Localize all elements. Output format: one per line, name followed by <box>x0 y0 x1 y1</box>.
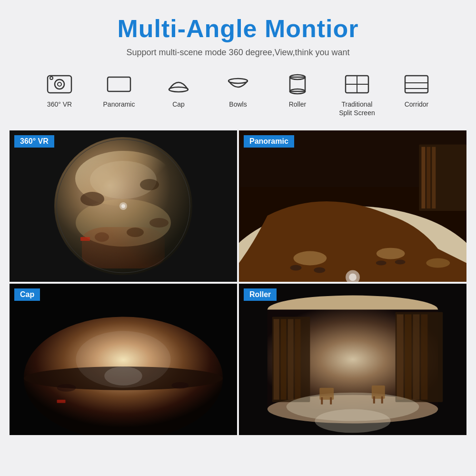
icon-item-traditional: TraditionalSplit Screen <box>330 71 385 117</box>
icon-label-roller: Roller <box>289 100 307 109</box>
svg-rect-57 <box>288 319 294 400</box>
icon-box-traditional <box>340 71 374 97</box>
svg-point-1 <box>55 79 64 89</box>
svg-rect-38 <box>426 147 430 208</box>
svg-rect-26 <box>80 237 90 241</box>
svg-point-48 <box>104 367 142 386</box>
icon-item-360vr: 360° VR <box>32 71 87 109</box>
icon-box-roller <box>281 71 314 97</box>
icon-label-bowls: Bowls <box>229 100 247 109</box>
grid-cell-cap: Cap <box>10 284 237 435</box>
bowls-icon <box>225 73 251 95</box>
svg-point-35 <box>395 260 406 265</box>
icon-box-cap <box>162 71 195 97</box>
fisheye-overlay <box>54 137 192 275</box>
svg-rect-61 <box>405 315 412 400</box>
svg-rect-63 <box>421 315 427 400</box>
corridor-icon <box>403 73 430 95</box>
svg-point-2 <box>58 82 61 86</box>
icon-item-roller: Roller <box>270 71 325 109</box>
page: Multi-Angle Montior Support multi-scene … <box>0 0 476 476</box>
icon-label-cap: Cap <box>172 100 185 109</box>
icon-label-panoramic: Panoramic <box>103 100 135 109</box>
roller-icon <box>284 73 311 95</box>
svg-point-46 <box>57 384 76 392</box>
svg-point-20 <box>140 179 159 190</box>
icon-box-360vr <box>43 71 76 97</box>
grid-cell-roller: Roller <box>239 284 466 435</box>
cap-icon <box>165 73 192 95</box>
svg-point-29 <box>294 251 327 266</box>
svg-rect-62 <box>413 315 419 400</box>
svg-point-71 <box>315 409 390 433</box>
images-grid: 360° VR <box>10 130 466 435</box>
svg-point-5 <box>169 87 188 92</box>
svg-rect-60 <box>397 315 404 400</box>
svg-rect-36 <box>419 145 466 211</box>
svg-point-25 <box>121 204 125 208</box>
svg-rect-69 <box>373 397 375 404</box>
svg-rect-56 <box>281 319 287 400</box>
svg-rect-68 <box>330 397 332 405</box>
fisheye-image <box>54 137 192 275</box>
grid-cell-360vr: 360° VR <box>10 130 237 282</box>
icon-label-360vr: 360° VR <box>47 100 72 109</box>
icon-item-panoramic: Panoramic <box>92 71 147 109</box>
icon-box-bowls <box>221 71 255 97</box>
cell-label-panoramic: Panoramic <box>244 135 294 148</box>
svg-point-30 <box>377 248 405 259</box>
svg-point-6 <box>228 79 248 83</box>
svg-point-31 <box>426 258 450 268</box>
grid-cell-panoramic: Panoramic <box>239 130 466 282</box>
svg-rect-67 <box>321 397 323 405</box>
cell-label-360vr: 360° VR <box>14 135 54 148</box>
traditional-icon <box>344 73 370 95</box>
svg-point-23 <box>149 218 169 228</box>
svg-point-22 <box>95 232 109 242</box>
svg-rect-37 <box>421 147 425 208</box>
svg-point-21 <box>127 228 144 237</box>
panoramic-icon <box>106 73 132 95</box>
cell-label-roller: Roller <box>244 288 277 301</box>
svg-point-47 <box>172 382 189 389</box>
svg-rect-0 <box>48 76 71 93</box>
svg-rect-58 <box>295 319 301 400</box>
icon-item-corridor: Corridor <box>389 71 444 109</box>
main-title: Multi-Angle Montior <box>117 14 358 43</box>
cell-label-cap: Cap <box>14 288 40 301</box>
svg-point-33 <box>314 268 325 273</box>
svg-point-19 <box>80 192 104 206</box>
svg-point-41 <box>349 274 357 281</box>
subtitle: Support multi-scene mode 360 degree,View… <box>127 48 350 58</box>
icon-box-panoramic <box>102 71 136 97</box>
svg-rect-4 <box>108 77 130 91</box>
360vr-icon <box>46 73 73 95</box>
svg-point-34 <box>376 261 387 266</box>
svg-rect-39 <box>432 147 436 208</box>
icon-label-corridor: Corridor <box>405 100 429 109</box>
svg-point-3 <box>50 77 53 79</box>
icons-row: 360° VR Panoramic Cap <box>10 71 466 117</box>
icon-item-bowls: Bowls <box>211 71 266 109</box>
icon-item-cap: Cap <box>151 71 206 109</box>
cap-image <box>10 284 237 435</box>
svg-rect-70 <box>381 397 383 404</box>
svg-rect-13 <box>405 76 428 93</box>
icon-label-traditional: TraditionalSplit Screen <box>339 100 375 117</box>
roller-image <box>239 284 466 435</box>
svg-point-32 <box>290 265 302 271</box>
svg-rect-49 <box>57 400 66 403</box>
icon-box-corridor <box>400 71 433 97</box>
svg-rect-55 <box>274 319 279 400</box>
panoramic-image <box>239 130 466 282</box>
